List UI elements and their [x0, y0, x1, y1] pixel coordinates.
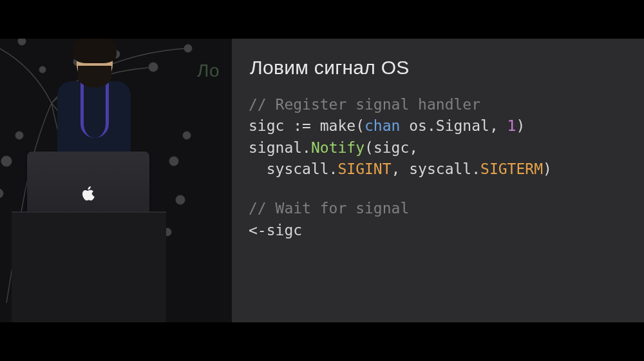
- video-frame: Ло Ловим сигнал OS // Register signal ha…: [0, 39, 644, 322]
- code-text: ): [543, 161, 552, 177]
- speaker-camera-view: Ло: [0, 39, 232, 322]
- code-constant: SIGTERM: [480, 161, 543, 177]
- code-text: (sigc,: [365, 139, 418, 156]
- lanyard: [80, 80, 109, 138]
- speaker-hair: [73, 39, 117, 63]
- svg-point-12: [183, 132, 191, 139]
- code-text: ): [516, 117, 525, 134]
- code-text: syscall.: [249, 161, 337, 177]
- svg-point-11: [169, 157, 178, 166]
- code-function: Notify: [311, 139, 365, 156]
- code-text: sigc := make(: [249, 117, 365, 134]
- speaker-beard: [78, 66, 111, 88]
- code-keyword: chan: [365, 117, 400, 134]
- code-number: 1: [507, 117, 516, 134]
- code-text: , syscall.: [392, 161, 480, 177]
- code-text: signal.: [249, 139, 311, 156]
- code-text: <-sigc: [249, 222, 302, 239]
- svg-point-6: [39, 66, 46, 73]
- code-block: // Register signal handler sigc := make(…: [249, 94, 627, 241]
- code-text: os.Signal,: [400, 117, 507, 134]
- code-comment: // Register signal handler: [249, 96, 480, 113]
- svg-point-3: [184, 44, 192, 52]
- apple-logo-icon: [82, 186, 95, 206]
- code-comment: // Wait for signal: [249, 200, 409, 217]
- code-constant: SIGINT: [337, 161, 391, 177]
- podium: [12, 211, 166, 322]
- svg-point-2: [149, 63, 158, 72]
- speaker: [55, 39, 132, 161]
- presentation-slide: Ловим сигнал OS // Register signal handl…: [232, 39, 644, 322]
- svg-point-1: [18, 39, 26, 45]
- slide-title: Ловим сигнал OS: [250, 57, 627, 79]
- slide-title-peek: Ло: [197, 61, 220, 81]
- svg-point-8: [0, 189, 3, 198]
- svg-point-7: [1, 156, 12, 166]
- svg-point-10: [15, 132, 23, 139]
- svg-point-13: [176, 195, 185, 204]
